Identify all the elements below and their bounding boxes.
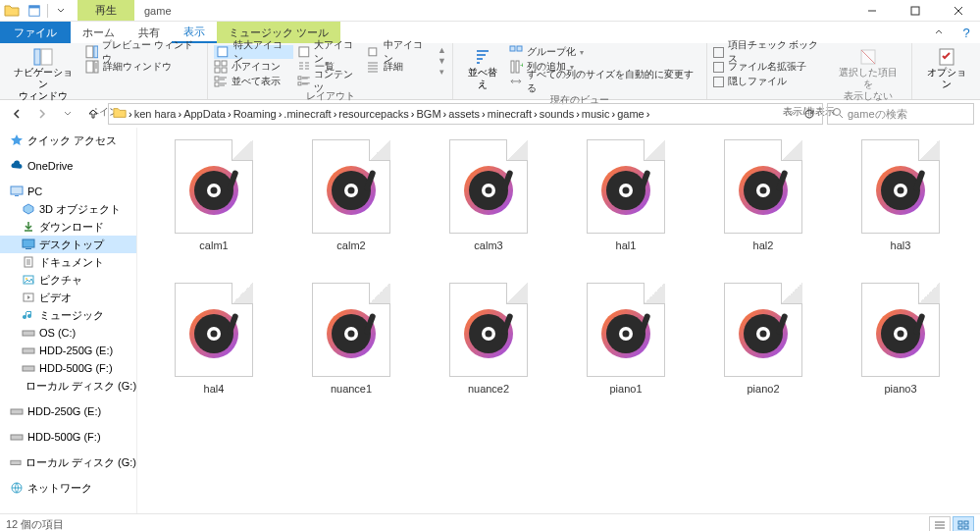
file-item[interactable]: hal4 — [145, 279, 283, 422]
breadcrumb-segment[interactable]: sounds — [540, 108, 574, 120]
file-name-label: nuance2 — [468, 383, 509, 395]
layout-more-button[interactable]: ▾ — [438, 67, 446, 77]
hidden-items-toggle[interactable]: 隠しファイル — [713, 75, 827, 88]
navigation-pane-button[interactable]: ナビゲーション ウィンドウ — [6, 45, 81, 104]
breadcrumb-segment[interactable]: minecraft — [488, 108, 532, 120]
back-button[interactable] — [6, 103, 27, 125]
breadcrumb-segment[interactable]: resourcepacks — [338, 108, 409, 120]
chevron-right-icon[interactable]: › — [178, 108, 181, 120]
tree-hdd250-e[interactable]: HDD-250G (E:) — [0, 342, 136, 359]
group-by-button[interactable]: グループ化▾ — [509, 45, 699, 59]
minimize-button[interactable] — [851, 0, 894, 22]
layout-small-icons[interactable]: 小アイコン — [214, 60, 292, 74]
up-button[interactable] — [82, 103, 104, 125]
layout-content[interactable]: コンテンツ — [297, 75, 363, 88]
chevron-right-icon[interactable]: › — [646, 108, 650, 120]
tree-local-g[interactable]: ローカル ディスク (G:) — [0, 377, 136, 395]
file-name-label: piano3 — [884, 383, 916, 395]
chevron-right-icon[interactable]: › — [612, 108, 616, 120]
layout-large-icons[interactable]: 大アイコン — [297, 45, 363, 59]
layout-xlarge-icons[interactable]: 特大アイコン — [214, 45, 292, 59]
chevron-right-icon[interactable]: › — [482, 108, 486, 120]
file-item[interactable]: piano3 — [832, 279, 969, 422]
tree-downloads[interactable]: ダウンロード — [0, 218, 136, 236]
breadcrumb-segment[interactable]: ken hara — [134, 108, 177, 120]
file-item[interactable]: hal2 — [695, 135, 832, 279]
qat-dropdown-button[interactable] — [50, 0, 72, 22]
chevron-right-icon[interactable]: › — [129, 108, 132, 120]
file-extensions-toggle[interactable]: ファイル名拡張子 — [713, 60, 827, 74]
window-title: game — [144, 5, 172, 17]
file-item[interactable]: nuance1 — [283, 279, 420, 422]
breadcrumb-segment[interactable]: AppData — [183, 108, 226, 120]
svg-rect-4 — [41, 49, 52, 65]
tree-3d-objects[interactable]: 3D オブジェクト — [0, 200, 136, 218]
refresh-button[interactable] — [800, 103, 818, 125]
file-item[interactable]: hal1 — [557, 135, 695, 279]
tree-desktop[interactable]: デスクトップ — [0, 236, 136, 253]
tree-os-c[interactable]: OS (C:) — [0, 324, 136, 342]
chevron-right-icon[interactable]: › — [279, 108, 283, 120]
file-list[interactable]: calm1 calm2 calm3 — [137, 128, 980, 513]
chevron-right-icon[interactable]: › — [576, 108, 580, 120]
layout-scroll-down[interactable]: ▼ — [438, 56, 446, 66]
file-item[interactable]: hal3 — [832, 135, 969, 279]
view-details-button[interactable] — [929, 516, 951, 532]
layout-medium-icons[interactable]: 中アイコン — [366, 45, 432, 59]
tree-hdd250-e-ext[interactable]: HDD-250G (E:) — [0, 402, 136, 420]
chevron-right-icon[interactable]: › — [228, 108, 232, 120]
layout-tiles[interactable]: 並べて表示 — [214, 75, 292, 88]
tree-hdd500-f-ext[interactable]: HDD-500G (F:) — [0, 428, 136, 446]
item-checkboxes-toggle[interactable]: 項目チェック ボックス — [713, 45, 827, 59]
tree-hdd500-f[interactable]: HDD-500G (F:) — [0, 359, 136, 377]
address-bar[interactable]: › ken hara›AppData›Roaming›.minecraft›re… — [108, 103, 823, 125]
file-item[interactable]: calm3 — [420, 135, 557, 279]
chevron-right-icon[interactable]: › — [411, 108, 415, 120]
breadcrumb-segment[interactable]: music — [582, 108, 610, 120]
file-item[interactable]: calm1 — [145, 135, 283, 279]
preview-pane-button[interactable]: プレビュー ウィンドウ — [85, 45, 202, 59]
recent-locations-button[interactable] — [57, 103, 78, 125]
app-folder-icon — [4, 3, 20, 19]
tree-quick-access[interactable]: クイック アクセス — [0, 132, 136, 149]
tree-pc[interactable]: PC — [0, 183, 136, 200]
close-button[interactable] — [937, 0, 980, 22]
music-file-icon — [325, 164, 378, 217]
forward-button[interactable] — [31, 103, 53, 125]
tree-pictures[interactable]: ピクチャ — [0, 271, 136, 289]
tree-music[interactable]: ミュージック — [0, 306, 136, 324]
layout-scroll-up[interactable]: ▲ — [438, 45, 446, 55]
details-pane-button[interactable]: 詳細ウィンドウ — [85, 60, 202, 74]
options-button[interactable]: オプション — [918, 45, 974, 92]
tree-network[interactable]: ネットワーク — [0, 479, 136, 497]
file-item[interactable]: piano2 — [695, 279, 832, 422]
breadcrumb-segment[interactable]: Roaming — [233, 108, 277, 120]
address-dropdown-button[interactable] — [783, 103, 799, 125]
file-item[interactable]: calm2 — [283, 135, 420, 279]
tree-onedrive[interactable]: OneDrive — [0, 157, 136, 175]
tree-local-g-ext[interactable]: ローカル ディスク (G:) — [0, 453, 136, 471]
breadcrumb-segment[interactable]: game — [617, 108, 645, 120]
file-item[interactable]: nuance2 — [420, 279, 557, 422]
chevron-right-icon[interactable]: › — [534, 108, 538, 120]
tab-file[interactable]: ファイル — [0, 22, 71, 43]
help-button[interactable]: ? — [953, 22, 980, 43]
tree-videos[interactable]: ビデオ — [0, 289, 136, 306]
search-box[interactable]: gameの検索 — [827, 103, 974, 125]
hide-selected-button[interactable]: 選択した項目を 表示しない — [830, 45, 905, 104]
file-item[interactable]: piano1 — [557, 279, 695, 422]
navigation-tree[interactable]: クイック アクセス OneDrive PC 3D オブジェクト ダウンロード デ… — [0, 128, 137, 513]
size-all-columns-button[interactable]: すべての列のサイズを自動的に変更する — [509, 75, 699, 88]
qat-properties-button[interactable] — [24, 0, 45, 22]
chevron-right-icon[interactable]: › — [443, 108, 447, 120]
breadcrumb-segment[interactable]: BGM — [417, 108, 441, 120]
breadcrumb-segment[interactable]: .minecraft — [284, 108, 331, 120]
chevron-right-icon[interactable]: › — [334, 108, 337, 120]
ribbon-collapse-button[interactable] — [925, 22, 953, 43]
tree-documents[interactable]: ドキュメント — [0, 253, 136, 271]
sort-button[interactable]: 並べ替え — [459, 45, 505, 92]
maximize-button[interactable] — [894, 0, 937, 22]
layout-details[interactable]: 詳細 — [366, 60, 432, 74]
breadcrumb-segment[interactable]: assets — [448, 108, 480, 120]
view-large-icons-button[interactable] — [953, 516, 974, 532]
